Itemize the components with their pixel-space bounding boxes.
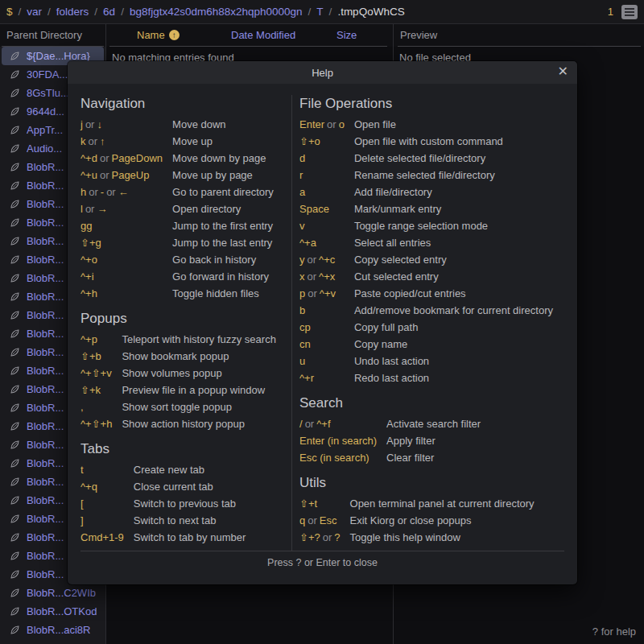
shortcut-row: /or^+fActivate search filter [299, 415, 481, 432]
shortcut-description: Copy full path [354, 319, 553, 336]
shortcut-row: ^+dorPageDownMove down by page [80, 150, 274, 167]
shortcut-row: [Switch to previous tab [80, 495, 246, 512]
shortcut-row: ^+aSelect all entries [299, 234, 553, 251]
shortcut-keys: gg [80, 217, 172, 234]
shortcut-keys: Space [299, 200, 354, 217]
breadcrumb-segment[interactable]: 6d [103, 6, 115, 18]
directory-name: BlobR... [27, 494, 64, 506]
breadcrumb-root[interactable]: $ [6, 6, 13, 18]
column-preview: Preview [400, 29, 437, 41]
column-date-modified[interactable]: Date Modified [231, 29, 295, 41]
shortcut-keys: , [80, 398, 122, 415]
shortcut-keys: ^+⇧+v [80, 365, 122, 382]
shortcut-description: Switch to tab by number [134, 529, 246, 546]
shortcut-keys: qorEsc [299, 512, 350, 529]
sidebar-directory-item[interactable]: BlobR...OTKod [0, 602, 105, 621]
shortcut-keys: ^+h [80, 285, 172, 302]
shortcut-description: Go to parent directory [172, 184, 274, 200]
breadcrumb-segment[interactable]: bg8fjgtx42s0dm6h88x2hqph0000gn [130, 6, 303, 18]
breadcrumb-segment[interactable]: folders [56, 6, 89, 18]
shortcut-row: cnCopy name [299, 336, 553, 353]
close-hint: Press ? or Enter to close [267, 557, 378, 568]
shortcut-description: Add file/directory [354, 184, 553, 200]
help-section-title: Navigation [80, 96, 285, 112]
directory-name: BlobR... [27, 272, 64, 284]
directory-name: BlobR... [27, 346, 64, 358]
column-size[interactable]: Size [336, 29, 357, 41]
shortcut-description: Move up by page [172, 167, 274, 184]
help-column-left: Navigationjor↓Move downkor↑Move up^+dorP… [80, 95, 285, 551]
help-shortcut-table: tCreate new tab^+qClose current tab[Swit… [80, 461, 246, 546]
shortcut-row: ⇧+kPreview file in a popup window [80, 382, 276, 398]
help-dialog-header[interactable]: Help ✕ [68, 61, 577, 84]
shortcut-description: Close current tab [134, 478, 246, 495]
directory-name: BlobR... [27, 476, 64, 488]
shortcut-keys: b [299, 302, 354, 319]
shortcut-keys: lor→ [80, 200, 172, 217]
help-section-title: Search [299, 395, 564, 411]
shortcut-description: Copy selected entry [354, 251, 553, 268]
help-section-title: Popups [80, 311, 285, 327]
shortcut-row: ⇧+gJump to the last entry [80, 234, 274, 251]
column-name-sort[interactable]: Name ↑ [137, 29, 180, 41]
shortcut-description: Toggle range selection mode [354, 217, 553, 234]
shortcut-description: Jump to the last entry [172, 234, 274, 251]
breadcrumb-segment[interactable]: T [316, 6, 323, 18]
directory-name: BlobR... [27, 420, 64, 432]
file-icon [10, 162, 20, 172]
shortcut-keys: ^+⇧+h [80, 415, 122, 432]
file-icon [10, 328, 20, 339]
shortcut-keys: ^+a [299, 234, 354, 251]
panel-headers: Parent Directory Name ↑ Date Modified Si… [0, 24, 644, 47]
directory-name: BlobR... [27, 254, 64, 266]
directory-name: BlobR... [27, 439, 64, 451]
directory-name: BlobR... [27, 402, 64, 414]
directory-name: BlobR... [27, 291, 64, 303]
breadcrumb-segment[interactable]: var [27, 6, 42, 18]
shortcut-description: Show volumes popup [122, 365, 275, 382]
file-icon [10, 588, 20, 598]
help-shortcut-table: EnteroroOpen file⇧+oOpen file with custo… [299, 116, 553, 386]
file-icon [10, 143, 20, 154]
file-icon [10, 273, 20, 283]
directory-name: BlobR... [27, 161, 64, 173]
shortcut-description: Undo last action [354, 353, 553, 369]
shortcut-keys: ^+q [80, 478, 134, 495]
shortcut-row: vToggle range selection mode [299, 217, 553, 234]
shortcut-description: Open directory [172, 200, 274, 217]
close-icon[interactable]: ✕ [558, 64, 568, 80]
shortcut-description: Go forward in history [172, 268, 274, 285]
breadcrumb-current: .tmpQoWhCS [337, 6, 404, 18]
shortcut-description: Move down [172, 116, 274, 133]
directory-name: BlobR... [27, 198, 64, 210]
tab-count: 1 [608, 6, 613, 18]
breadcrumb-separator: / [47, 6, 51, 18]
directory-name: Audio... [27, 142, 62, 155]
shortcut-row: qorEscExit Kiorg or close popups [299, 512, 535, 529]
shortcut-row: Esc (in search)Clear filter [299, 449, 481, 466]
help-shortcut-table: /or^+fActivate search filterEnter (in se… [299, 415, 481, 466]
shortcut-keys: Enteroro [299, 116, 354, 133]
shortcut-description: Exit Kiorg or close popups [350, 512, 535, 529]
file-icon [10, 347, 20, 357]
sidebar-directory-item[interactable]: BlobR...aci8R [0, 621, 105, 639]
hamburger-menu-icon[interactable] [621, 5, 638, 19]
directory-name: BlobR... [27, 309, 64, 321]
shortcut-description: Go back in history [172, 251, 274, 268]
shortcut-keys: yor^+c [299, 251, 354, 268]
shortcut-row: rRename selected file/directory [299, 167, 553, 184]
shortcut-keys: ⇧+t [299, 495, 350, 512]
shortcut-description: Select all entries [354, 234, 553, 251]
sort-ascending-icon: ↑ [169, 30, 180, 40]
shortcut-row: ggJump to the first entry [80, 217, 274, 234]
shortcut-row: yor^+cCopy selected entry [299, 251, 553, 268]
shortcut-keys: ^+o [80, 251, 172, 268]
shortcut-row: Enter (in search)Apply filter [299, 432, 481, 449]
shortcut-keys: cn [299, 336, 354, 353]
shortcut-description: Move up [172, 133, 274, 150]
shortcut-row: ⇧+bShow bookmark popup [80, 348, 276, 365]
breadcrumb-separator: / [19, 6, 22, 18]
sidebar-directory-item[interactable]: BlobR...C2WIb [0, 584, 105, 602]
directory-name: BlobR...OTKod [27, 605, 97, 617]
help-shortcut-table: jor↓Move downkor↑Move up^+dorPageDownMov… [80, 116, 274, 302]
